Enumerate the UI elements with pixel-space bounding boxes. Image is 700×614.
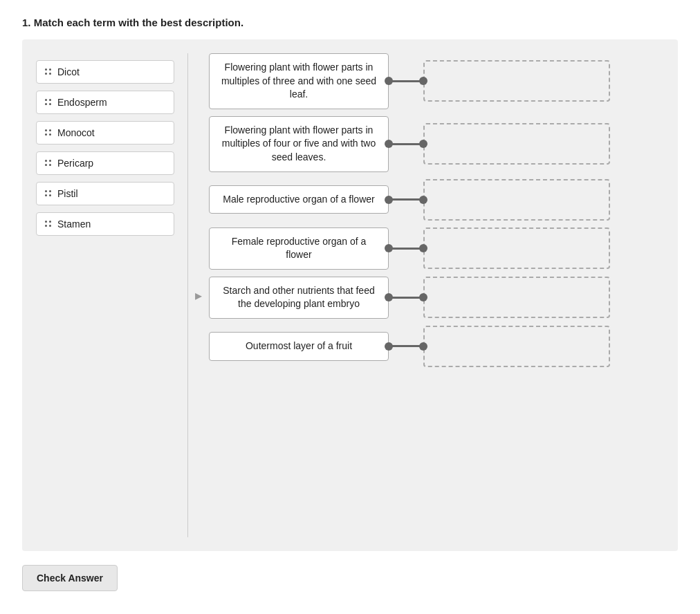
drop-zone-1[interactable]: [423, 60, 610, 102]
right-panel: ▸ Flowering plant with flower parts in m…: [188, 53, 664, 537]
drag-icon: [45, 190, 52, 197]
term-card-pericarp[interactable]: Pericarp: [36, 151, 174, 175]
term-label-monocot: Monocot: [57, 127, 95, 138]
connector-6: [389, 334, 423, 359]
term-card-dicot[interactable]: Dicot: [36, 60, 174, 84]
connector-circle-left-6: [385, 342, 393, 351]
match-row-5: Starch and other nutrients that feed the…: [209, 277, 664, 319]
drag-icon: [45, 99, 52, 106]
connector-circle-left-3: [385, 196, 393, 204]
description-box-2: Flowering plant with flower parts in mul…: [209, 116, 389, 172]
connector-circle-right-3: [419, 196, 427, 204]
match-row-1: Flowering plant with flower parts in mul…: [209, 53, 664, 109]
match-row-3: Male reproductive organ of a flower: [209, 179, 664, 221]
match-row-2: Flowering plant with flower parts in mul…: [209, 116, 664, 172]
drag-icon: [45, 160, 52, 167]
connector-line-2: [389, 143, 423, 145]
connector-3: [389, 187, 423, 212]
left-panel: DicotEndospermMonocotPericarpPistilStame…: [36, 53, 188, 537]
drag-icon: [45, 129, 52, 136]
drag-icon: [45, 68, 52, 75]
connector-line-4: [389, 248, 423, 250]
term-card-monocot[interactable]: Monocot: [36, 121, 174, 145]
question-title: 1. Match each term with the best descrip…: [22, 17, 678, 28]
drop-zone-3[interactable]: [423, 179, 610, 221]
drop-zone-2[interactable]: [423, 123, 610, 165]
term-label-dicot: Dicot: [57, 66, 80, 77]
connector-circle-left-4: [385, 244, 393, 252]
connector-5: [389, 285, 423, 310]
description-box-5: Starch and other nutrients that feed the…: [209, 277, 389, 319]
connector-4: [389, 236, 423, 261]
arrow-indicator: ▸: [195, 287, 202, 304]
connector-circle-right-6: [419, 342, 427, 351]
check-answer-button[interactable]: Check Answer: [22, 565, 118, 591]
drop-zone-6[interactable]: [423, 326, 610, 367]
term-card-endosperm[interactable]: Endosperm: [36, 91, 174, 114]
connector-circle-left-5: [385, 293, 393, 301]
description-box-1: Flowering plant with flower parts in mul…: [209, 53, 389, 109]
description-box-4: Female reproductive organ of a flower: [209, 227, 389, 270]
connector-circle-left-2: [385, 140, 393, 148]
drop-zone-4[interactable]: [423, 227, 610, 269]
drop-zone-5[interactable]: [423, 277, 610, 318]
main-container: DicotEndospermMonocotPericarpPistilStame…: [22, 39, 678, 551]
connector-line-5: [389, 297, 423, 299]
match-row-6: Outermost layer of a fruit: [209, 326, 664, 367]
term-label-stamen: Stamen: [57, 218, 91, 230]
drag-icon: [45, 221, 52, 227]
connector-1: [389, 68, 423, 93]
connector-line-6: [389, 345, 423, 347]
term-label-endosperm: Endosperm: [57, 97, 107, 108]
term-card-pistil[interactable]: Pistil: [36, 182, 174, 205]
description-box-6: Outermost layer of a fruit: [209, 332, 389, 361]
connector-2: [389, 131, 423, 156]
match-row-4: Female reproductive organ of a flower: [209, 227, 664, 270]
term-label-pistil: Pistil: [57, 188, 78, 199]
connector-line-1: [389, 80, 423, 82]
description-box-3: Male reproductive organ of a flower: [209, 185, 389, 214]
term-card-stamen[interactable]: Stamen: [36, 212, 174, 236]
connector-circle-left-1: [385, 77, 393, 85]
term-label-pericarp: Pericarp: [57, 158, 93, 169]
connector-line-3: [389, 198, 423, 201]
